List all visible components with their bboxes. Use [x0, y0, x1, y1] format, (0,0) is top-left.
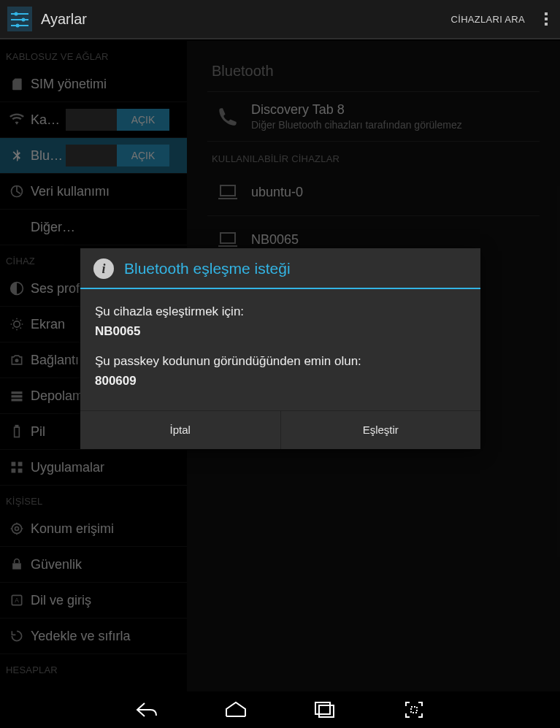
- info-icon: i: [93, 258, 114, 279]
- dialog-title: Bluetooth eşleşme isteği: [124, 260, 291, 277]
- action-bar: Ayarlar CİHAZLARI ARA: [0, 0, 560, 39]
- svg-point-6: [16, 24, 20, 28]
- screenshot-button[interactable]: [396, 698, 431, 721]
- dialog-title-bar: i Bluetooth eşleşme isteği: [80, 248, 480, 289]
- home-button[interactable]: [218, 698, 253, 721]
- pair-with-label: Şu cihazla eşleştirmek için:: [95, 304, 466, 321]
- dialog-button-bar: İptal Eşleştir: [80, 411, 480, 449]
- page-title: Ayarlar: [41, 11, 451, 28]
- dialog-body: Şu cihazla eşleştirmek için: NB0065 Şu p…: [80, 289, 480, 411]
- svg-rect-28: [315, 702, 330, 714]
- svg-rect-27: [319, 705, 334, 717]
- overflow-menu-icon[interactable]: [538, 8, 554, 30]
- bluetooth-pairing-dialog: i Bluetooth eşleşme isteği Şu cihazla eş…: [80, 248, 480, 449]
- back-button[interactable]: [129, 698, 164, 721]
- recents-button[interactable]: [307, 698, 342, 721]
- cancel-button[interactable]: İptal: [80, 411, 280, 449]
- svg-point-5: [22, 18, 26, 22]
- system-navbar: [0, 691, 560, 728]
- passkey-value: 800609: [95, 374, 137, 388]
- scan-devices-action[interactable]: CİHAZLARI ARA: [451, 14, 525, 25]
- pair-device-name: NB0065: [95, 324, 140, 338]
- settings-app-icon: [6, 5, 34, 33]
- passkey-label: Şu passkey kodunun göründüğünden emin ol…: [95, 353, 466, 370]
- svg-rect-29: [411, 707, 417, 713]
- pair-button[interactable]: Eşleştir: [280, 411, 481, 449]
- svg-point-4: [15, 12, 18, 16]
